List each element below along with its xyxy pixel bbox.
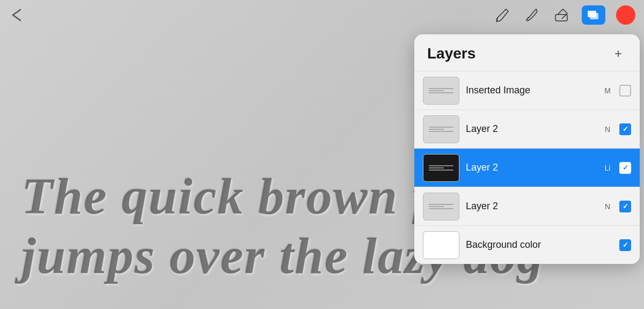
layer-item-layer2-second[interactable]: Layer 2 N: [414, 187, 640, 225]
layer-checkbox-layer2-second[interactable]: [619, 201, 631, 212]
layer-name-layer2-first: Layer 2: [466, 123, 596, 135]
layer-thumbnail-inserted-image: [423, 77, 459, 105]
layer-name-background-color: Background color: [466, 239, 596, 251]
layer-item-layer2-first[interactable]: Layer 2 N: [414, 109, 640, 148]
eraser-tool-button[interactable]: [552, 5, 571, 25]
layer-checkbox-inserted-image[interactable]: [619, 85, 631, 97]
brush-tool-button[interactable]: [492, 5, 511, 25]
pen-tool-button[interactable]: [522, 5, 541, 25]
layer-checkbox-layer2-selected[interactable]: [619, 162, 631, 174]
layer-checkbox-layer2-first[interactable]: [619, 123, 631, 135]
layer-mode-layer2-selected: Li: [602, 164, 613, 172]
layer-thumbnail-layer2-selected: [423, 154, 459, 182]
layer-item-layer2-selected[interactable]: Layer 2 Li: [414, 148, 640, 187]
layer-checkbox-background-color[interactable]: [619, 239, 631, 251]
layer-thumbnail-layer2-second: [423, 193, 459, 220]
layer-item-background-color[interactable]: Background color: [414, 225, 640, 264]
layer-name-layer2-selected: Layer 2: [466, 162, 596, 173]
layer-thumbnail-background-color: [423, 231, 459, 259]
layer-name-inserted-image: Inserted Image: [466, 85, 596, 96]
layer-item-inserted-image[interactable]: Inserted Image M: [414, 71, 640, 109]
back-button[interactable]: [9, 6, 26, 24]
record-button[interactable]: [616, 5, 635, 25]
layer-thumbnail-layer2-first: [423, 115, 459, 143]
layer-mode-layer2-first: N: [602, 125, 613, 134]
layers-list: Inserted Image M Layer 2 N: [414, 71, 640, 264]
svg-rect-3: [590, 13, 598, 19]
add-layer-button[interactable]: +: [610, 45, 627, 62]
layers-panel-button[interactable]: [582, 5, 605, 25]
layers-header: Layers +: [414, 34, 640, 71]
layer-name-layer2-second: Layer 2: [466, 201, 596, 212]
layer-mode-inserted-image: M: [602, 86, 613, 95]
layers-panel: Layers + Inserted Image M: [414, 34, 640, 264]
layers-panel-title: Layers: [427, 45, 475, 62]
layer-mode-layer2-second: N: [602, 202, 613, 211]
top-toolbar: [0, 0, 644, 30]
